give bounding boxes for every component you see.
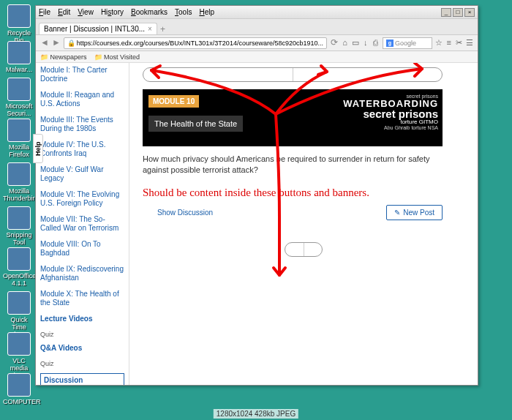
close-button[interactable]: × [464,8,475,17]
sidebar-module[interactable]: Module IV: The U.S. Confronts Iraq [40,140,124,158]
menu-file[interactable]: File [39,8,50,16]
image-footer: 1280x1024 428kb JPEG [214,409,298,419]
sidebar-module[interactable]: Module V: Gulf War Legacy [40,165,124,183]
bookmark-newspapers[interactable]: 📁 Newspapers [40,53,87,61]
tab-close-icon[interactable]: × [148,25,152,33]
browser-window: File Edit View History Bookmarks Tools H… [35,5,478,386]
tab-bar: Banner | Discussion | INTL30... × + [36,19,478,35]
page-content: Module I: The Carter DoctrineModule II: … [36,63,478,385]
sidebar-module[interactable]: Module III: The Events During the 1980s [40,116,124,133]
search-field[interactable]: g Google [383,37,432,49]
home-icon[interactable]: ⌂ [342,38,349,48]
tab-title: Banner | Discussion | INTL30... [44,25,145,33]
sidebar-module[interactable]: Module I: The Carter Doctrine [40,66,124,83]
discussion-question: How much privacy should Americans be req… [143,154,443,176]
annotation-text: Should be content inside these buttons a… [143,187,464,199]
forward-button[interactable]: ► [52,37,61,49]
menu-bookmarks[interactable]: Bookmarks [131,8,167,16]
new-post-button[interactable]: ✎ New Post [386,205,443,220]
discussion-row: Show Discussion ✎ New Post [143,205,443,220]
menubar: File Edit View History Bookmarks Tools H… [36,6,478,19]
sidebar-quiz2[interactable]: Quiz [40,360,124,367]
desktop-icon[interactable]: VLC media player [3,332,35,379]
sidebar-module[interactable]: Module X: The Health of the State [40,290,124,307]
desktop-icon[interactable]: COMPUTER [3,373,35,405]
desktop-icon[interactable]: Quick Time Player [3,291,35,338]
desktop-icon[interactable]: OpenOffice 4.1.1 [3,247,35,287]
nav-pill-top[interactable] [143,67,443,82]
sidebar-module[interactable]: Module VII: The So-Called War on Terrori… [40,215,124,233]
desktop-icon[interactable]: Snipping Tool [3,206,35,246]
sidebar-discussion[interactable]: Discussion [40,373,124,385]
back-button[interactable]: ◄ [40,37,49,49]
sidebar-quiz1[interactable]: Quiz [40,331,124,338]
sidebar-module[interactable]: Module VI: The Evolving U.S. Foreign Pol… [40,190,124,208]
desktop-icon[interactable]: Malwar... [3,41,35,73]
nav-pill-bottom[interactable] [285,242,323,257]
lock-icon: 🔒 [67,40,75,47]
menu-tools[interactable]: Tools [175,8,192,16]
address-field[interactable]: 🔒 https://courses.edx.org/courses/BUx/IN… [64,37,327,49]
menu-history[interactable]: History [101,8,124,16]
print-icon[interactable]: ⎙ [372,38,380,48]
reader-icon[interactable]: ▭ [352,38,359,48]
google-icon: g [386,40,394,47]
sidebar-qa-videos[interactable]: Q&A Videos [40,344,124,353]
maximize-button[interactable]: □ [453,8,463,17]
menu-view[interactable]: View [78,8,94,16]
module-banner: MODULE 10 The Health of the State secret… [143,89,443,146]
module-badge: MODULE 10 [148,95,199,108]
star-icon[interactable]: ☆ [435,38,443,48]
search-placeholder: Google [395,40,416,47]
desktop-icon[interactable]: Mozilla Firefox [3,119,35,158]
download-icon[interactable]: ↓ [362,38,369,48]
sidebar-module[interactable]: Module II: Reagan and U.S. Actions [40,91,124,108]
clip-icon[interactable]: ✂ [456,38,463,48]
browser-tab[interactable]: Banner | Discussion | INTL30... × [39,23,157,34]
show-discussion-link[interactable]: Show Discussion [157,209,213,217]
desktop-icon[interactable]: Recycle Bin [3,4,35,44]
edit-icon: ✎ [394,209,400,217]
menu-icon[interactable]: ☰ [466,38,473,48]
list-icon[interactable]: ≡ [445,38,453,48]
help-tab[interactable]: Help [33,134,43,163]
bookmarks-bar: 📁 Newspapers 📁 Most Visited [36,51,478,63]
menu-edit[interactable]: Edit [58,8,70,16]
main-panel: MODULE 10 The Health of the State secret… [129,63,478,385]
url-bar: ◄ ► 🔒 https://courses.edx.org/courses/BU… [36,35,478,51]
sidebar-module[interactable]: Module IX: Rediscovering Afghanistan [40,265,124,282]
minimize-button[interactable]: _ [441,8,451,17]
new-tab-button[interactable]: + [160,24,165,34]
reload-button[interactable]: ⟳ [330,37,339,49]
course-sidebar: Module I: The Carter DoctrineModule II: … [36,63,129,385]
desktop-icon[interactable]: Mozilla Thunderbird [3,162,35,202]
sidebar-module[interactable]: Module VIII: On To Baghdad [40,240,124,258]
desktop-icon[interactable]: Microsoft Securi... [3,78,35,117]
module-title: The Health of the State [148,116,243,132]
bookmark-mostvisited[interactable]: 📁 Most Visited [94,53,140,61]
word-cloud: secret prisons WATERBOARDING secret pris… [292,94,438,142]
menu-help[interactable]: Help [199,8,214,16]
sidebar-lecture-videos[interactable]: Lecture Videos [40,315,124,323]
url-text: https://courses.edx.org/courses/BUx/INTL… [77,40,323,47]
